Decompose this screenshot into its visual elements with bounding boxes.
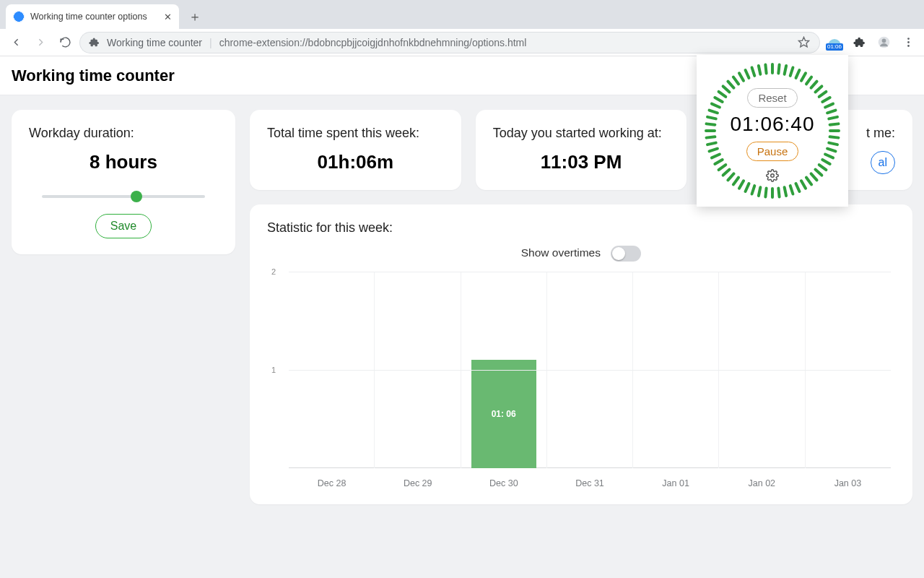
overtime-label: Show overtimes	[521, 246, 601, 259]
svg-line-13	[811, 82, 817, 88]
started-at-label: Today you started working at:	[493, 126, 670, 141]
timer-time: 01:06:40	[704, 113, 841, 136]
statistic-label: Statistic for this week:	[267, 220, 895, 236]
gridline	[289, 370, 891, 371]
workday-label: Workday duration:	[29, 126, 218, 141]
address-separator: |	[209, 37, 212, 48]
address-url: chrome-extension://bdobncpbjjcoigjdnhofn…	[219, 37, 527, 48]
reload-button[interactable]	[55, 33, 75, 53]
workday-card: Workday duration: 8 hours Save	[12, 110, 235, 254]
svg-line-63	[752, 68, 755, 76]
svg-line-22	[830, 137, 839, 137]
timer-popup: Reset 01:06:40 Pause	[697, 55, 848, 207]
svg-line-35	[778, 189, 779, 197]
new-tab-button[interactable]: ＋	[185, 7, 205, 27]
total-time-card: Total time spent this week: 01h:06m	[250, 110, 461, 190]
svg-line-50	[707, 137, 715, 137]
gridline	[289, 272, 891, 272]
y-tick: 1	[271, 366, 276, 374]
svg-point-5	[907, 45, 910, 47]
svg-line-12	[806, 77, 811, 85]
extension-badge[interactable]: 01:06	[824, 33, 845, 53]
x-label: Dec 29	[375, 471, 461, 488]
svg-line-10	[796, 70, 800, 78]
svg-point-4	[907, 41, 910, 43]
svg-point-66	[771, 174, 775, 178]
svg-line-64	[759, 66, 760, 74]
browser-toolbar: Working time counter | chrome-extension:…	[0, 29, 924, 56]
close-icon[interactable]: ✕	[164, 12, 172, 22]
svg-line-34	[785, 187, 786, 196]
x-label: Dec 30	[461, 471, 546, 488]
started-at-value: 11:03 PM	[493, 151, 670, 173]
svg-line-65	[765, 65, 766, 74]
extensions-puzzle-icon[interactable]	[849, 33, 869, 53]
y-tick: 2	[271, 267, 276, 276]
total-time-label: Total time spent this week:	[267, 126, 444, 141]
svg-line-62	[746, 70, 749, 78]
gear-icon[interactable]	[766, 169, 779, 182]
slider-thumb[interactable]	[131, 191, 142, 202]
svg-line-33	[790, 186, 793, 194]
back-button[interactable]	[6, 33, 26, 53]
svg-marker-0	[798, 37, 808, 46]
x-label: Dec 31	[546, 471, 632, 488]
svg-line-59	[728, 82, 733, 88]
tab-favicon	[13, 11, 25, 22]
svg-point-3	[907, 38, 910, 40]
bookmark-star-icon[interactable]	[793, 33, 814, 53]
total-time-value: 01h:06m	[267, 151, 444, 173]
profile-avatar-icon[interactable]	[873, 33, 894, 53]
svg-line-39	[752, 186, 755, 194]
chart-bar[interactable]: 01: 06	[471, 360, 536, 468]
svg-line-7	[778, 65, 779, 74]
address-bar[interactable]: Working time counter | chrome-extension:…	[79, 32, 793, 53]
x-label: Jan 02	[719, 471, 805, 488]
save-button[interactable]: Save	[95, 214, 152, 238]
svg-point-2	[881, 39, 886, 43]
browser-menu-icon[interactable]	[898, 33, 918, 53]
x-label: Jan 01	[633, 471, 719, 488]
weekly-chart: 01: 06 Dec 28Dec 29Dec 30Dec 31Jan 01Jan…	[289, 272, 891, 488]
svg-line-60	[733, 77, 738, 85]
bar-value-label: 01: 06	[492, 409, 516, 419]
workday-slider[interactable]	[42, 195, 205, 198]
svg-line-8	[785, 66, 786, 74]
x-label: Dec 28	[289, 471, 375, 488]
svg-line-9	[790, 68, 793, 76]
svg-line-11	[801, 73, 806, 80]
reset-button[interactable]: Reset	[747, 88, 797, 108]
extension-badge-time: 01:06	[826, 43, 843, 51]
workday-value: 8 hours	[29, 151, 218, 173]
calendar-button[interactable]: al	[871, 151, 895, 174]
started-at-card: Today you started working at: 11:03 PM	[476, 110, 687, 190]
pause-button[interactable]: Pause	[746, 142, 799, 161]
svg-line-38	[759, 187, 760, 196]
svg-line-37	[765, 189, 766, 197]
svg-line-61	[739, 73, 744, 80]
address-prefix: Working time counter	[107, 37, 202, 48]
x-label: Jan 03	[805, 471, 891, 488]
tab-title: Working time counter options	[30, 12, 158, 22]
extension-icon	[89, 37, 100, 48]
tab-strip: Working time counter options ✕ ＋	[0, 0, 924, 29]
statistic-card: Statistic for this week: Show overtimes …	[250, 204, 912, 504]
forward-button[interactable]	[30, 33, 51, 53]
overtime-toggle[interactable]	[611, 246, 641, 262]
browser-tab[interactable]: Working time counter options ✕	[6, 4, 179, 29]
timer-dial: Reset 01:06:40 Pause	[704, 62, 841, 199]
